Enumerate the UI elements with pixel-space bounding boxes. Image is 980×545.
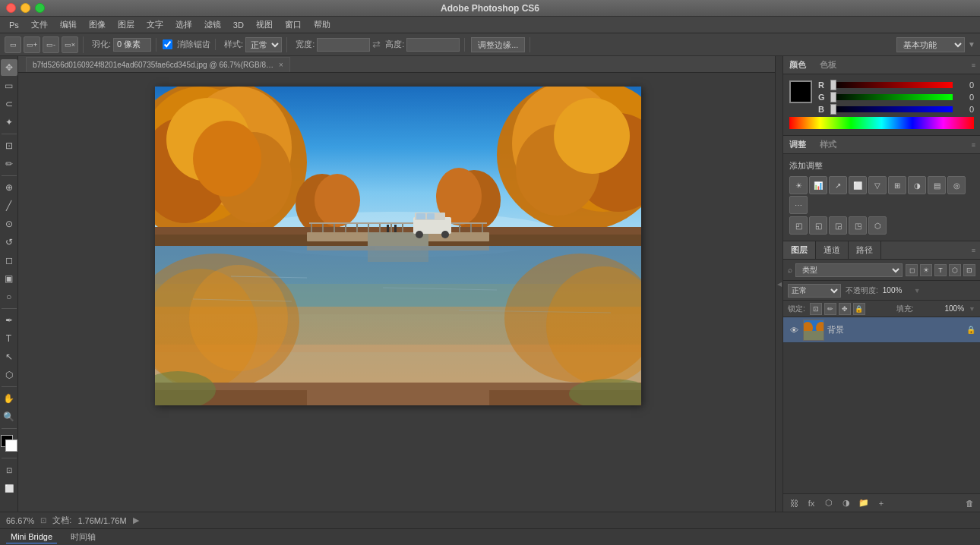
- background-color[interactable]: [5, 439, 17, 452]
- menu-3d[interactable]: 3D: [227, 19, 250, 31]
- layers-tab-layers[interactable]: 图层: [783, 241, 816, 259]
- tool-path-select[interactable]: ↖: [1, 348, 17, 365]
- opacity-arrow[interactable]: ▼: [914, 287, 921, 295]
- b-slider-track[interactable]: [830, 106, 953, 112]
- adj-threshold[interactable]: ◲: [829, 216, 847, 235]
- adj-hsl[interactable]: ⊞: [888, 176, 906, 194]
- add-mask-button[interactable]: ⬡: [821, 496, 836, 511]
- filter-adjust-icon[interactable]: ☀: [920, 264, 932, 276]
- maximize-button[interactable]: [35, 3, 45, 13]
- color-swatch-container[interactable]: [1, 435, 17, 452]
- lock-transparent-icon[interactable]: ⊡: [810, 303, 822, 315]
- r-slider-thumb[interactable]: [830, 80, 836, 90]
- tool-screen-mode[interactable]: ⬜: [1, 480, 17, 496]
- menu-view[interactable]: 视图: [250, 17, 279, 32]
- layer-item-background[interactable]: 👁 背景 🔒: [783, 317, 980, 343]
- menu-image[interactable]: 图像: [83, 17, 112, 32]
- blend-mode-select[interactable]: 正常: [788, 284, 841, 298]
- adj-gradient-map[interactable]: ◳: [849, 216, 867, 235]
- workspace-expand-icon[interactable]: ▼: [968, 40, 975, 49]
- doc-info-expand-icon[interactable]: ▶: [133, 515, 139, 525]
- adj-selective-color[interactable]: ⬡: [868, 216, 887, 235]
- right-panel-toggle[interactable]: ◀: [775, 56, 782, 512]
- filter-smart-icon[interactable]: ⊡: [963, 264, 975, 276]
- filter-type-icon[interactable]: T: [934, 264, 947, 276]
- doc-size-icon[interactable]: ⊡: [40, 516, 46, 525]
- adj-vibrance[interactable]: ▽: [868, 176, 887, 194]
- menu-ps[interactable]: Ps: [3, 19, 25, 31]
- filter-shape-icon[interactable]: ⬡: [949, 264, 961, 276]
- g-slider-track[interactable]: [830, 94, 953, 100]
- height-input[interactable]: [406, 38, 460, 52]
- tool-pen[interactable]: ✒: [1, 312, 17, 329]
- minimize-button[interactable]: [21, 3, 30, 13]
- tool-quick-mask[interactable]: ⊡: [1, 462, 17, 478]
- tool-zoom[interactable]: 🔍: [1, 408, 17, 425]
- tool-dodge[interactable]: ○: [1, 288, 17, 305]
- adj-posterize[interactable]: ◱: [809, 216, 827, 235]
- tool-eraser[interactable]: ◻: [1, 252, 17, 269]
- feather-input[interactable]: [113, 38, 151, 52]
- color-foreground-swatch[interactable]: [789, 80, 812, 103]
- tool-magic-wand[interactable]: ✦: [1, 114, 17, 131]
- adj-color-balance[interactable]: ◑: [908, 176, 926, 194]
- add-link-button[interactable]: ⛓: [786, 496, 801, 511]
- menu-help[interactable]: 帮助: [308, 17, 337, 32]
- adj-levels[interactable]: 📊: [809, 176, 827, 194]
- tool-stamp[interactable]: ⊙: [1, 216, 17, 232]
- b-slider-thumb[interactable]: [830, 104, 836, 115]
- styles-panel-title[interactable]: 样式: [820, 139, 836, 150]
- lock-paint-icon[interactable]: ✏: [824, 303, 836, 315]
- lock-move-icon[interactable]: ✥: [839, 303, 851, 315]
- layers-panel-options-icon[interactable]: ≡: [972, 247, 975, 254]
- add-adjustment-button[interactable]: ◑: [839, 496, 854, 511]
- color-panel-options-icon[interactable]: ≡: [972, 61, 975, 69]
- menu-layer[interactable]: 图层: [112, 17, 141, 32]
- width-input[interactable]: [317, 38, 370, 52]
- menu-file[interactable]: 文件: [25, 17, 54, 32]
- window-controls[interactable]: [6, 3, 45, 13]
- adjust-edge-button[interactable]: 调整边缘...: [471, 37, 525, 52]
- adj-curves[interactable]: ↗: [829, 176, 847, 194]
- tab-close-icon[interactable]: ×: [279, 61, 283, 69]
- add-style-button[interactable]: fx: [804, 496, 819, 511]
- fill-value[interactable]: 100%: [945, 304, 965, 313]
- tool-gradient[interactable]: ▣: [1, 270, 17, 287]
- menu-window[interactable]: 窗口: [279, 17, 308, 32]
- layers-tab-channels[interactable]: 通道: [816, 241, 849, 259]
- g-slider-thumb[interactable]: [830, 92, 836, 102]
- tool-history-brush[interactable]: ↺: [1, 234, 17, 250]
- adj-exposure[interactable]: ⬜: [849, 176, 867, 194]
- layer-visibility-icon[interactable]: 👁: [788, 324, 800, 336]
- r-slider-track[interactable]: [830, 82, 953, 88]
- tool-heal[interactable]: ⊕: [1, 179, 17, 196]
- menu-filter[interactable]: 滤镜: [198, 17, 227, 32]
- tool-text[interactable]: T: [1, 330, 17, 347]
- swap-icon[interactable]: ⇄: [372, 39, 381, 50]
- add-layer-button[interactable]: +: [874, 496, 889, 511]
- close-button[interactable]: [6, 3, 16, 13]
- toolbar-add-selection[interactable]: ▭+: [24, 36, 40, 53]
- toolbar-subtract-selection[interactable]: ▭-: [43, 36, 59, 53]
- menu-select[interactable]: 选择: [169, 17, 198, 32]
- add-group-button[interactable]: 📁: [856, 496, 871, 511]
- adj-photo-filter[interactable]: ◎: [947, 176, 966, 194]
- color-spectrum[interactable]: [789, 117, 974, 129]
- adj-channel-mixer[interactable]: ⋯: [789, 196, 808, 214]
- tool-shape[interactable]: ⬡: [1, 367, 17, 383]
- toolbar-intersect-selection[interactable]: ▭×: [62, 36, 78, 53]
- layers-type-filter[interactable]: 类型: [795, 263, 903, 277]
- menu-text[interactable]: 文字: [141, 17, 169, 32]
- delete-layer-button[interactable]: 🗑: [962, 496, 977, 511]
- tool-brush[interactable]: ╱: [1, 197, 17, 214]
- adj-bw[interactable]: ▤: [928, 176, 946, 194]
- style-select[interactable]: 正常: [245, 37, 282, 52]
- adj-brightness[interactable]: ☀: [789, 176, 808, 194]
- swatches-panel-title[interactable]: 色板: [820, 59, 836, 71]
- adj-invert[interactable]: ◰: [789, 216, 808, 235]
- anti-alias-checkbox[interactable]: [163, 39, 172, 49]
- tool-lasso[interactable]: ⊂: [1, 96, 17, 112]
- timeline-tab[interactable]: 时间轴: [66, 530, 100, 544]
- menu-edit[interactable]: 编辑: [54, 17, 83, 32]
- adjustments-panel-options-icon[interactable]: ≡: [972, 141, 975, 149]
